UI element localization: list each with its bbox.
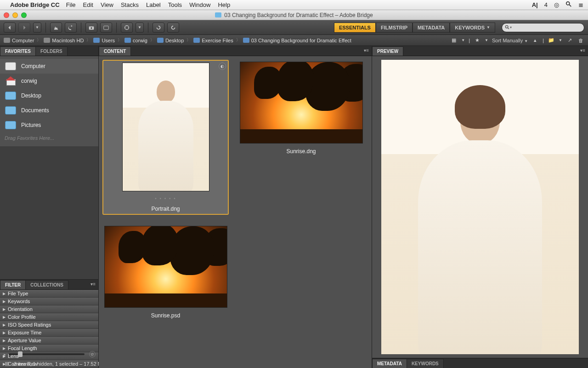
filter-keywords[interactable]: ▶Keywords	[0, 298, 98, 305]
workspace-metadata[interactable]: METADATA	[413, 23, 450, 33]
left-column: FAVORITES FOLDERS Computer corwig Deskto…	[0, 46, 99, 368]
list-icon[interactable]: ≣	[578, 1, 583, 8]
favorites-list: Computer corwig Desktop Documents Pictur…	[0, 56, 98, 146]
favorite-desktop[interactable]: Desktop	[0, 88, 98, 103]
filter-file-type[interactable]: ▶File Type	[0, 290, 98, 298]
content-panel-menu-icon[interactable]: ▾≡	[364, 48, 369, 53]
tab-favorites[interactable]: FAVORITES	[0, 46, 36, 56]
path-bar: Computer〉 Macintosh HD〉 Users〉 corwig〉 D…	[0, 35, 588, 46]
filter-exposure[interactable]: ▶Exposure Time	[0, 329, 98, 337]
favorites-drop-hint: Drag Favorites Here...	[0, 132, 98, 144]
mac-menubar: Adobe Bridge CC File Edit View Stacks La…	[0, 0, 588, 10]
zoom-window-button[interactable]	[21, 12, 27, 18]
menu-tools[interactable]: Tools	[168, 1, 182, 8]
rotate-ccw-button[interactable]	[153, 23, 164, 33]
minimize-window-button[interactable]	[12, 12, 18, 18]
search-box[interactable]: ▾	[502, 23, 584, 32]
favorite-home[interactable]: corwig	[0, 74, 98, 88]
output-dropdown[interactable]: ▼	[136, 23, 144, 33]
close-window-button[interactable]	[4, 12, 9, 18]
svg-line-7	[508, 28, 509, 29]
slider-handle[interactable]	[18, 351, 23, 357]
thumbnail-sunrise-dng[interactable]: ◐ Sunrise.dng	[238, 60, 364, 215]
tab-keywords-panel[interactable]: KEYWORDS	[407, 359, 444, 368]
menu-label[interactable]: Label	[146, 1, 161, 8]
rating-dots[interactable]: • • • • •	[155, 196, 176, 201]
boomerang-button[interactable]	[65, 23, 77, 33]
crumb-hd[interactable]: Macintosh HD	[44, 38, 84, 43]
favorite-documents[interactable]: Documents	[0, 103, 98, 118]
app-name[interactable]: Adobe Bridge CC	[10, 1, 60, 8]
menu-view[interactable]: View	[101, 1, 113, 8]
new-folder-icon[interactable]: 📁	[548, 37, 555, 44]
sort-menu[interactable]: Sort Manually ▼	[492, 38, 528, 43]
thumbnail-portrait[interactable]: ◐ • • • • • Portrait.dng	[102, 60, 229, 215]
slider-min-icon: ▸	[4, 352, 6, 357]
thumbnail-label: Sunrise.dng	[286, 148, 316, 155]
crumb-desktop[interactable]: Desktop	[157, 38, 184, 43]
open-camera-raw-button[interactable]	[121, 23, 133, 33]
crumb-exercise[interactable]: Exercise Files	[193, 38, 233, 43]
thumbnail-label: Portrait.dng	[151, 206, 180, 212]
workspace-keywords[interactable]: KEYWORDS▼	[450, 23, 495, 33]
thumbnail-sunrise-psd[interactable]: Sunrise.psd	[102, 224, 229, 321]
preview-panel-menu-icon[interactable]: ▾≡	[580, 48, 585, 53]
forward-button[interactable]	[18, 23, 30, 33]
filter-panel-menu-icon[interactable]: ▾≡	[90, 282, 96, 287]
sort-ascending-icon[interactable]: ▴	[531, 37, 539, 44]
search-input[interactable]	[512, 25, 581, 30]
filter-star-icon[interactable]: ★	[474, 37, 481, 44]
crumb-user[interactable]: corwig	[124, 38, 147, 43]
workspace-essentials[interactable]: ESSENTIALS	[334, 23, 376, 33]
center-column: CONTENT ▾≡ ◐ • • • • • Portrait.dng ◐ Su…	[99, 46, 372, 368]
thumbnail-quality-icon[interactable]: ▦	[450, 37, 458, 44]
menu-stacks[interactable]: Stacks	[121, 1, 139, 8]
menu-edit[interactable]: Edit	[83, 1, 93, 8]
thumbnail-size-slider[interactable]: ▸ ⊘	[4, 351, 96, 358]
status-icon: ▦	[5, 361, 9, 367]
tab-folders[interactable]: FOLDERS	[35, 46, 68, 56]
menu-window[interactable]: Window	[189, 1, 210, 8]
crumb-current[interactable]: 03 Changing Background for Dramatic Effe…	[243, 38, 351, 43]
workspace-switcher: ESSENTIALS FILMSTRIP METADATA KEYWORDS▼	[334, 23, 495, 33]
rotate-cw-button[interactable]	[167, 23, 179, 33]
favorites-tabs: FAVORITES FOLDERS	[0, 46, 98, 56]
window-title: 03 Changing Background for Dramatic Effe…	[224, 12, 373, 18]
filter-orientation[interactable]: ▶Orientation	[0, 305, 98, 313]
filter-iso[interactable]: ▶ISO Speed Ratings	[0, 321, 98, 329]
tab-content[interactable]: CONTENT	[99, 46, 131, 56]
filter-color-profile[interactable]: ▶Color Profile	[0, 313, 98, 321]
menu-file[interactable]: File	[66, 1, 76, 8]
svg-point-3	[90, 27, 92, 29]
preview-area[interactable]	[372, 56, 588, 358]
path-divider-2: |	[543, 38, 544, 43]
filter-aperture[interactable]: ▶Aperture Value	[0, 337, 98, 345]
open-recent-icon[interactable]: ↗	[566, 37, 573, 44]
tab-preview[interactable]: PREVIEW	[372, 46, 403, 56]
back-button[interactable]	[4, 23, 16, 33]
window-titlebar: 03 Changing Background for Dramatic Effe…	[0, 10, 588, 20]
crumb-users[interactable]: Users	[93, 38, 115, 43]
favorite-computer[interactable]: Computer	[0, 59, 98, 74]
crumb-computer[interactable]: Computer	[4, 38, 34, 43]
preview-tabs: PREVIEW ▾≡	[372, 46, 588, 56]
recent-dropdown[interactable]: ▼	[33, 23, 41, 33]
spotlight-icon[interactable]	[565, 1, 572, 9]
favorite-pictures[interactable]: Pictures	[0, 118, 98, 132]
get-photos-button[interactable]	[85, 23, 97, 33]
refine-button[interactable]	[100, 23, 112, 33]
content-grid[interactable]: ◐ • • • • • Portrait.dng ◐ Sunrise.dng S…	[99, 56, 372, 368]
creative-cloud-icon[interactable]: ◎	[554, 1, 559, 8]
tab-collections[interactable]: COLLECTIONS	[25, 280, 68, 289]
menu-help[interactable]: Help	[218, 1, 230, 8]
adobe-a-icon[interactable]: A|	[532, 1, 538, 8]
reveal-button[interactable]	[50, 23, 62, 33]
cc-badge: 4	[544, 1, 548, 8]
tab-metadata[interactable]: METADATA	[372, 359, 407, 368]
filter-tabs: FILTER COLLECTIONS ▾≡	[0, 280, 98, 290]
tab-filter[interactable]: FILTER	[0, 280, 26, 289]
workspace-filmstrip[interactable]: FILMSTRIP	[376, 23, 413, 33]
slider-cancel-icon[interactable]: ⊘	[89, 351, 96, 357]
title-folder-icon	[215, 12, 221, 17]
trash-icon[interactable]: 🗑	[577, 37, 584, 44]
